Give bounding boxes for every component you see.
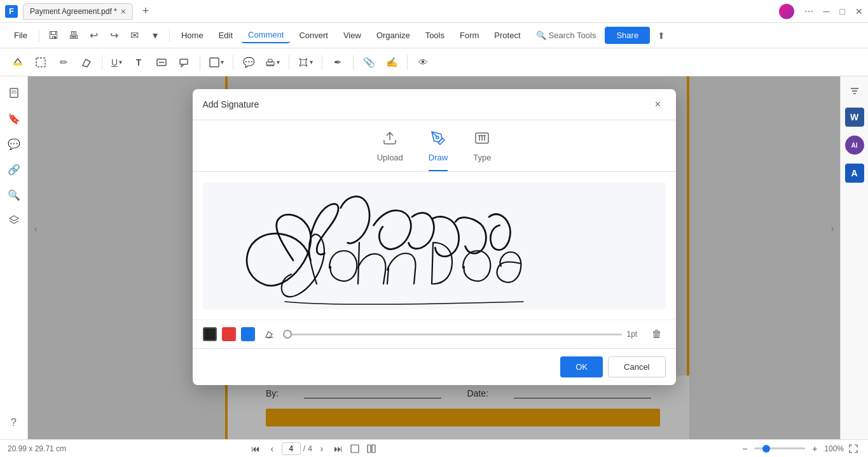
sidebar-bookmark[interactable]: 🔖 [3, 107, 25, 130]
right-sidebar: W AI A [840, 76, 868, 439]
first-page-button[interactable]: ⏮ [249, 442, 263, 456]
coordinates-display: 20.99 x 29.71 cm [8, 444, 66, 453]
titlebar: F Payment Agreement.pdf * × + ⋯ ─ □ ✕ [0, 0, 868, 23]
tab-draw[interactable]: Draw [429, 130, 448, 171]
menu-home[interactable]: Home [175, 28, 210, 43]
email-icon[interactable]: ✉ [126, 27, 144, 45]
toolbar-sep1 [102, 55, 102, 70]
menu-view[interactable]: View [337, 28, 368, 43]
tab-upload[interactable]: Upload [377, 130, 403, 171]
zoom-out-button[interactable]: − [738, 442, 752, 456]
prev-page-button[interactable]: ‹ [265, 442, 279, 456]
menu-edit[interactable]: Edit [212, 28, 239, 43]
menu-file[interactable]: File [8, 28, 34, 43]
user-avatar[interactable] [779, 4, 794, 19]
type-tab-icon [474, 130, 490, 149]
color-blue[interactable] [241, 327, 255, 341]
menu-comment[interactable]: Comment [242, 27, 290, 43]
color-red[interactable] [222, 327, 236, 341]
upload-icon[interactable]: ⬆ [652, 27, 670, 45]
zoom-slider[interactable] [754, 447, 805, 449]
sidebar-layers[interactable] [3, 209, 25, 232]
view-mode-button[interactable] [364, 442, 378, 456]
eraser-tool[interactable] [76, 52, 97, 73]
next-page-button[interactable]: › [315, 442, 329, 456]
menu-organize[interactable]: Organize [370, 28, 417, 43]
sidebar-link[interactable]: 🔗 [3, 158, 25, 181]
menu-form[interactable]: Form [453, 28, 485, 43]
document-tab[interactable]: Payment Agreement.pdf * × [23, 3, 133, 20]
type-tab-label: Type [473, 153, 491, 162]
left-sidebar: 🔖 💬 🔗 🔍 ? [0, 76, 28, 439]
sidebar-search[interactable]: 🔍 [3, 183, 25, 206]
edit-comment-tool[interactable]: ✍ [382, 52, 402, 73]
menu-protect[interactable]: Protect [488, 28, 527, 43]
filter-icon[interactable] [845, 81, 864, 101]
fit-page-button[interactable] [348, 442, 362, 456]
signature-drawing-area[interactable] [203, 182, 666, 309]
pen-tool[interactable]: ✒ [327, 52, 348, 73]
close-button[interactable]: ✕ [855, 6, 863, 17]
shape-tool[interactable]: ▾ [205, 52, 228, 73]
upload-tab-label: Upload [377, 153, 403, 162]
tab-title: Payment Agreement.pdf * [30, 7, 117, 16]
sidebar-help[interactable]: ? [3, 411, 25, 434]
save-icon[interactable]: 🖫 [45, 27, 62, 45]
color-black[interactable] [203, 327, 217, 341]
search-tools-button[interactable]: 🔍 Search Tools [530, 28, 603, 43]
comment-tool[interactable]: 💬 [238, 52, 259, 73]
search-tools-label: Search Tools [549, 31, 596, 40]
clear-signature-button[interactable]: 🗑 [648, 325, 666, 343]
fullscreen-button[interactable] [846, 442, 860, 456]
sidebar-pages[interactable] [3, 81, 25, 104]
dialog-close-button[interactable]: × [651, 97, 666, 112]
word-badge[interactable]: W [843, 106, 866, 129]
pdf-content: By: Date: Add Signature × [28, 76, 840, 439]
svg-rect-19 [351, 445, 359, 453]
ok-button[interactable]: OK [560, 356, 603, 377]
attachment-tool[interactable]: 📎 [359, 52, 379, 73]
word-a-badge[interactable]: A [843, 162, 866, 185]
app-icon: F [5, 5, 18, 18]
thickness-slider[interactable] [283, 334, 622, 335]
redo-icon[interactable]: ↪ [106, 27, 123, 45]
comment-toolbar: ✏ U▾ T ▾ 💬 ▾ ▾ ✒ 📎 ✍ 👁 [0, 48, 868, 76]
zoom-in-button[interactable]: + [808, 442, 822, 456]
highlight-tool[interactable] [8, 52, 28, 73]
eraser-button[interactable] [260, 325, 278, 343]
share-button[interactable]: Share [605, 27, 650, 44]
last-page-button[interactable]: ⏭ [331, 442, 345, 456]
pencil-tool[interactable]: ✏ [53, 52, 74, 73]
print-icon[interactable]: 🖶 [65, 27, 83, 45]
thickness-label: 1pt [627, 330, 643, 339]
callout-tool[interactable] [174, 52, 195, 73]
underline-tool[interactable]: U▾ [107, 52, 126, 73]
undo-icon[interactable]: ↩ [85, 27, 103, 45]
select-area-tool[interactable] [31, 52, 51, 73]
navigation-controls: ⏮ ‹ / 4 › ⏭ [249, 442, 378, 456]
dropdown-icon[interactable]: ▾ [146, 27, 164, 45]
menu-tools[interactable]: Tools [419, 28, 451, 43]
new-tab-button[interactable]: + [138, 4, 153, 19]
text-tool[interactable]: T [128, 52, 149, 73]
cancel-button[interactable]: Cancel [608, 356, 665, 377]
tab-type[interactable]: Type [473, 130, 491, 171]
signature-controls: 1pt 🗑 [193, 320, 676, 348]
ai-badge[interactable]: AI [843, 134, 866, 157]
menu-convert[interactable]: Convert [293, 28, 334, 43]
redact-tool[interactable]: ▾ [294, 52, 317, 73]
sidebar-comment[interactable]: 💬 [3, 132, 25, 155]
add-signature-dialog: Add Signature × Upload [193, 89, 676, 385]
more-options-button[interactable]: ⋯ [804, 6, 813, 17]
maximize-button[interactable]: □ [840, 6, 845, 17]
main-content: 🔖 💬 🔗 🔍 ? ‹ By: Date: [0, 76, 868, 439]
textbox-tool[interactable] [151, 52, 172, 73]
tab-close-button[interactable]: × [121, 6, 126, 17]
minimize-button[interactable]: ─ [823, 6, 830, 17]
page-number-input[interactable] [282, 442, 301, 455]
svg-rect-20 [368, 445, 371, 453]
stamp-tool[interactable]: ▾ [261, 52, 284, 73]
dialog-footer: OK Cancel [193, 348, 676, 385]
draw-tab-label: Draw [429, 153, 448, 162]
eye-tool[interactable]: 👁 [413, 52, 433, 73]
